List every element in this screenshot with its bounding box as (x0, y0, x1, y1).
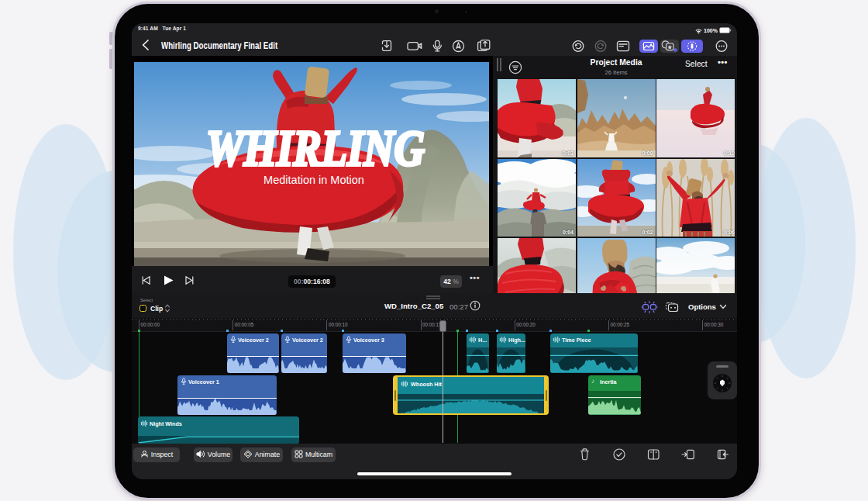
svg-text:Meditation in Motion: Meditation in Motion (264, 174, 364, 186)
svg-text:WHIRLING: WHIRLING (206, 120, 425, 176)
svg-text:100%: 100% (704, 28, 718, 33)
